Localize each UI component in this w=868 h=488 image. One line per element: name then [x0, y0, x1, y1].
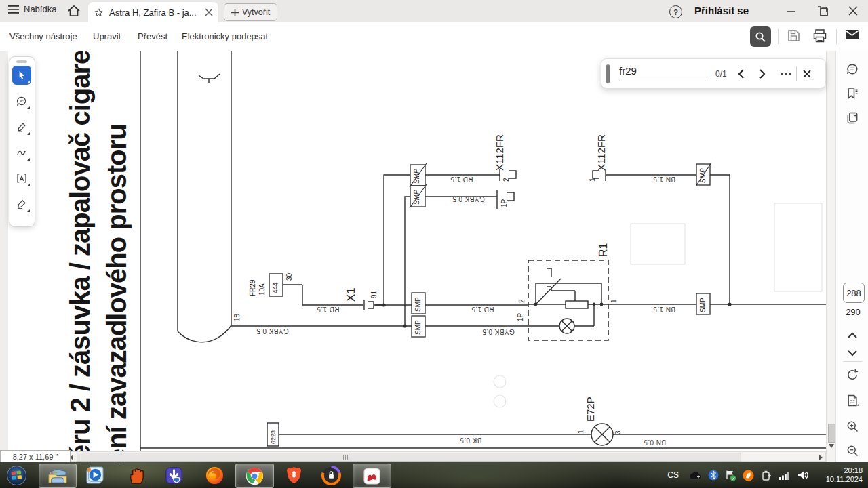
page-display-button[interactable]: [846, 394, 859, 410]
help-button[interactable]: ?: [669, 5, 682, 18]
network-signal-icon[interactable]: [778, 470, 791, 481]
rotate-page-button[interactable]: [846, 368, 859, 384]
hamburger-icon: [8, 5, 19, 14]
next-page-button[interactable]: [848, 347, 857, 359]
download-manager-icon: [164, 466, 184, 485]
create-label: Vytvořit: [242, 7, 270, 17]
taskbar-brave-button[interactable]: [281, 464, 307, 487]
home-icon: [66, 3, 81, 18]
scroll-down-arrow[interactable]: [829, 444, 834, 448]
zoom-out-icon: [846, 444, 859, 458]
page-count-label: 290: [843, 307, 863, 317]
brave-icon: [285, 466, 303, 485]
pages-icon: [846, 111, 859, 125]
bluetooth-icon[interactable]: [708, 470, 719, 481]
plus-icon: [231, 9, 239, 16]
panel-divider: [843, 361, 862, 362]
horizontal-scrollbar-thumb[interactable]: [77, 453, 741, 462]
right-side-panel: 288 290: [835, 51, 868, 462]
restore-button[interactable]: [816, 4, 829, 18]
comment-tool[interactable]: [12, 92, 31, 110]
volume-icon[interactable]: [797, 470, 809, 481]
start-button[interactable]: [3, 464, 29, 487]
sign-in-button[interactable]: Přihlásit se: [694, 5, 749, 16]
hidden-icons-button[interactable]: [688, 471, 702, 480]
palette-drag-handle[interactable]: [16, 60, 27, 63]
wiring-diagram: [0, 51, 835, 455]
find-previous-button[interactable]: [732, 65, 750, 83]
comment-icon: [846, 62, 859, 76]
home-button[interactable]: [66, 3, 81, 21]
mail-icon: [845, 28, 859, 41]
page-fit-icon: [846, 394, 859, 407]
highlight-tool[interactable]: [12, 117, 31, 136]
find-next-button[interactable]: [754, 65, 772, 83]
edit-menu[interactable]: Upravit: [93, 31, 121, 41]
highlighter-icon: [16, 121, 28, 133]
horizontal-scrollbar[interactable]: [66, 451, 826, 462]
tools-menu[interactable]: Všechny nástroje: [9, 31, 77, 41]
menu-button[interactable]: Nabídka: [8, 4, 56, 14]
sign-tool[interactable]: [12, 195, 31, 214]
ellipsis-icon: [781, 73, 791, 75]
vertical-scrollbar-thumb[interactable]: [828, 424, 835, 443]
bookmarks-panel-button[interactable]: [846, 87, 859, 103]
search-input[interactable]: fr29: [619, 66, 706, 81]
signature-icon: [16, 198, 28, 210]
star-icon[interactable]: [94, 7, 104, 18]
taskbar-downloader-button[interactable]: [161, 464, 186, 487]
tab-close-icon[interactable]: [205, 8, 213, 16]
find-close-button[interactable]: [798, 65, 816, 83]
taskbar-explorer-button[interactable]: [39, 464, 77, 488]
media-player-icon: [85, 466, 104, 485]
acrobat-reader-icon: [362, 466, 382, 486]
esign-menu[interactable]: Elektronicky podepsat: [182, 31, 268, 41]
save-icon: [787, 28, 801, 43]
power-plug-icon[interactable]: [760, 470, 772, 481]
taskbar-firefox-button[interactable]: [201, 464, 227, 487]
convert-menu[interactable]: Převést: [138, 31, 167, 41]
zoom-in-button[interactable]: [846, 420, 859, 436]
document-tab[interactable]: Astra H, Zafira B - ja...: [88, 2, 218, 22]
search-button[interactable]: [750, 26, 771, 47]
cloud-icon: [688, 471, 702, 480]
find-bar-handle[interactable]: [606, 64, 610, 83]
chevron-up-icon: [848, 332, 857, 338]
vertical-scrollbar[interactable]: [826, 51, 836, 462]
avast-icon[interactable]: [743, 470, 754, 481]
text-select-icon: [16, 172, 28, 184]
taskbar-media-player-button[interactable]: [81, 464, 107, 487]
system-tray: CS: [667, 462, 868, 488]
select-tool[interactable]: [12, 66, 31, 85]
close-button[interactable]: [846, 4, 860, 18]
firefox-icon: [205, 466, 224, 485]
taskbar-acrobat-button[interactable]: [353, 464, 391, 488]
windows-taskbar: CS: [0, 462, 868, 488]
taskbar-chrome-button[interactable]: [235, 464, 274, 488]
taskbar-clock[interactable]: 20:18 10.11.2024: [818, 466, 863, 484]
comments-panel-button[interactable]: [846, 62, 859, 79]
minimize-button[interactable]: [784, 4, 797, 18]
language-indicator[interactable]: CS: [667, 470, 679, 480]
rotate-icon: [846, 368, 859, 382]
print-button[interactable]: [812, 28, 827, 46]
scroll-right-arrow[interactable]: [819, 455, 823, 460]
orange-hand-icon: [127, 466, 146, 485]
menu-label: Nabídka: [24, 4, 56, 14]
text-select-tool[interactable]: [12, 169, 31, 188]
find-options-button[interactable]: [777, 65, 795, 83]
create-button[interactable]: Vytvořit: [224, 3, 277, 21]
draw-tool[interactable]: [12, 143, 31, 162]
taskbar-hand-app-button[interactable]: [123, 464, 149, 487]
current-page-input[interactable]: 288: [843, 283, 865, 303]
windows-start-icon: [6, 465, 27, 486]
save-button[interactable]: [787, 28, 801, 45]
zoom-out-button[interactable]: [846, 444, 859, 460]
taskbar-avast-browser-button[interactable]: [318, 464, 344, 487]
ghost-print-through: [494, 203, 822, 407]
find-bar-divider: [796, 66, 797, 81]
action-center-flag-icon[interactable]: [725, 470, 736, 481]
page-thumbnails-button[interactable]: [846, 111, 859, 127]
previous-page-button[interactable]: [848, 329, 857, 341]
mail-button[interactable]: [845, 28, 859, 43]
